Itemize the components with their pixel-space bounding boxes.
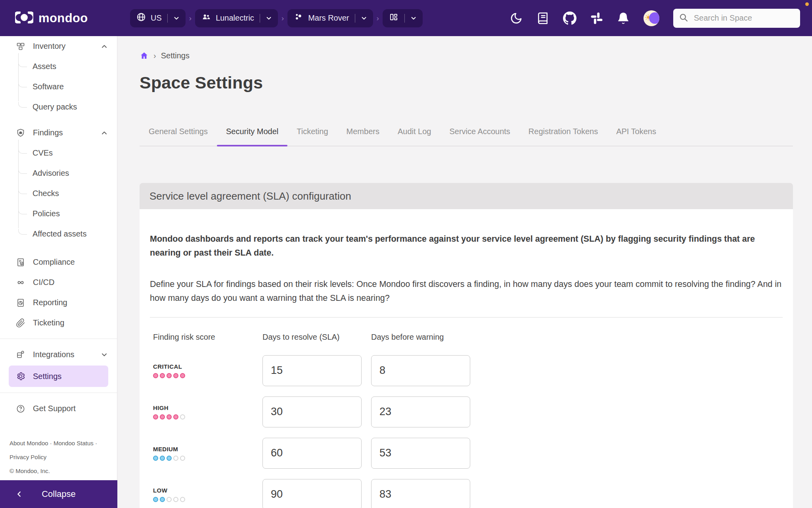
sidebar-item-compliance[interactable]: Compliance <box>0 252 117 272</box>
sidebar-item-ticketing[interactable]: Ticketing <box>0 313 117 333</box>
sidebar-item-cves[interactable]: CVEs <box>0 143 117 163</box>
slack-icon[interactable] <box>590 12 603 25</box>
inventory-icon <box>16 42 25 51</box>
sidebar-subitem-label: Policies <box>33 209 60 218</box>
mondoo-status-link[interactable]: Mondoo Status <box>54 440 94 446</box>
sidebar-item-inventory[interactable]: Inventory <box>0 36 117 56</box>
organization-picker[interactable]: Lunalectric <box>195 9 278 27</box>
severity-dot <box>173 497 178 502</box>
picker-separator: › <box>189 14 192 23</box>
tab-members[interactable]: Members <box>337 127 389 146</box>
tab-audit-log[interactable]: Audit Log <box>389 127 440 146</box>
medium-days-before-warning-input[interactable] <box>371 438 470 469</box>
sidebar-collapse-button[interactable]: Collapse <box>0 480 117 508</box>
critical-days-before-warning-input[interactable] <box>371 355 470 386</box>
tab-api-tokens[interactable]: API Tokens <box>607 127 665 146</box>
high-days-before-warning-input[interactable] <box>371 396 470 427</box>
severity-cell: MEDIUM <box>153 446 262 461</box>
sidebar-item-get-support[interactable]: Get Support <box>0 398 117 419</box>
top-bar-actions: ☀ <box>510 9 812 28</box>
chevron-down-icon[interactable] <box>263 15 275 22</box>
sidebar-item-query-packs[interactable]: Query packs <box>0 97 117 117</box>
recording-status-dot <box>805 2 809 6</box>
settings-gear-icon <box>16 371 25 381</box>
home-icon[interactable] <box>140 51 149 60</box>
resolve-cell <box>262 479 371 508</box>
critical-days-to-resolve-input[interactable] <box>262 355 362 386</box>
severity-dot <box>160 456 165 461</box>
severity-dots <box>153 414 262 419</box>
sidebar-item-label: Reporting <box>33 298 67 307</box>
top-bar: mondoo US › Lunalectric <box>0 0 812 36</box>
notifications-bell-icon[interactable] <box>617 12 630 25</box>
chevron-down-icon[interactable] <box>358 15 370 22</box>
sidebar-item-advisories[interactable]: Advisories <box>0 163 117 183</box>
brand-name: mondoo <box>38 11 88 25</box>
sidebar-item-findings[interactable]: Findings <box>0 123 117 143</box>
severity-dot <box>180 497 185 502</box>
dark-mode-moon-icon[interactable] <box>510 12 523 25</box>
pill-divider <box>355 14 355 23</box>
main-content: › Settings Space Settings General Settin… <box>117 36 812 508</box>
sidebar-item-affected-assets[interactable]: Affected assets <box>0 224 117 244</box>
medium-days-to-resolve-input[interactable] <box>262 438 362 469</box>
ticketing-paperclip-icon <box>16 318 25 328</box>
chevron-down-icon[interactable] <box>170 15 182 22</box>
sidebar-divider <box>0 339 117 339</box>
severity-dot <box>173 414 178 419</box>
region-picker[interactable]: US <box>130 9 186 27</box>
space-picker[interactable]: Mars Rover <box>287 9 373 27</box>
dashboard-picker[interactable] <box>383 9 423 27</box>
sidebar-item-checks[interactable]: Checks <box>0 183 117 204</box>
tab-general-settings[interactable]: General Settings <box>140 127 217 146</box>
column-days-to-resolve: Days to resolve (SLA) <box>262 333 371 342</box>
sla-card-header: Service level agreement (SLA) configurat… <box>140 183 793 209</box>
low-days-before-warning-input[interactable] <box>371 479 470 508</box>
severity-dot <box>180 414 185 419</box>
tab-service-accounts[interactable]: Service Accounts <box>440 127 519 146</box>
breadcrumb-item-settings[interactable]: Settings <box>161 51 190 60</box>
page-title: Space Settings <box>140 73 793 92</box>
reporting-icon <box>16 298 25 308</box>
chevron-left-icon <box>15 490 24 498</box>
mondoo-logo[interactable]: mondoo <box>0 11 117 25</box>
sidebar-item-settings[interactable]: Settings <box>9 366 108 387</box>
chevron-down-icon[interactable] <box>100 351 108 359</box>
severity-dots <box>153 456 262 461</box>
sidebar-item-assets[interactable]: Assets <box>0 56 117 77</box>
warning-cell <box>371 438 783 469</box>
sidebar-footer: About Mondoo · Mondoo Status · Privacy P… <box>10 436 117 478</box>
warning-cell <box>371 355 783 386</box>
help-icon <box>16 404 25 414</box>
severity-dot <box>153 456 158 461</box>
collapse-label: Collapse <box>42 489 76 499</box>
sidebar-item-reporting[interactable]: Reporting <box>0 292 117 313</box>
docs-book-icon[interactable] <box>536 12 549 25</box>
sidebar-item-label: Compliance <box>33 258 75 267</box>
sidebar-subitem-label: Affected assets <box>33 229 86 239</box>
sidebar-subitem-label: Query packs <box>33 102 77 112</box>
severity-label-high: HIGH <box>153 404 262 411</box>
github-icon[interactable] <box>563 12 576 25</box>
tab-security-model[interactable]: Security Model <box>217 127 287 146</box>
about-mondoo-link[interactable]: About Mondoo <box>10 440 48 446</box>
high-days-to-resolve-input[interactable] <box>262 396 362 427</box>
sidebar-item-cicd[interactable]: CI/CD <box>0 272 117 292</box>
privacy-policy-link[interactable]: Privacy Policy <box>10 450 117 464</box>
chevron-up-icon[interactable] <box>100 129 108 137</box>
chevron-down-icon[interactable] <box>408 15 419 22</box>
search-box[interactable] <box>673 9 800 28</box>
tab-registration-tokens[interactable]: Registration Tokens <box>519 127 607 146</box>
severity-dot <box>160 373 165 378</box>
chevron-up-icon[interactable] <box>100 42 108 50</box>
severity-dot <box>173 456 178 461</box>
sidebar-subitem-label: Software <box>33 82 64 91</box>
sidebar-item-integrations[interactable]: Integrations <box>0 344 117 365</box>
search-input[interactable] <box>693 13 795 23</box>
tab-ticketing[interactable]: Ticketing <box>287 127 337 146</box>
sidebar-item-policies[interactable]: Policies <box>0 204 117 224</box>
user-avatar[interactable]: ☀ <box>643 10 659 26</box>
low-days-to-resolve-input[interactable] <box>262 479 362 508</box>
planet-shape <box>649 12 659 24</box>
sidebar-item-software[interactable]: Software <box>0 77 117 97</box>
